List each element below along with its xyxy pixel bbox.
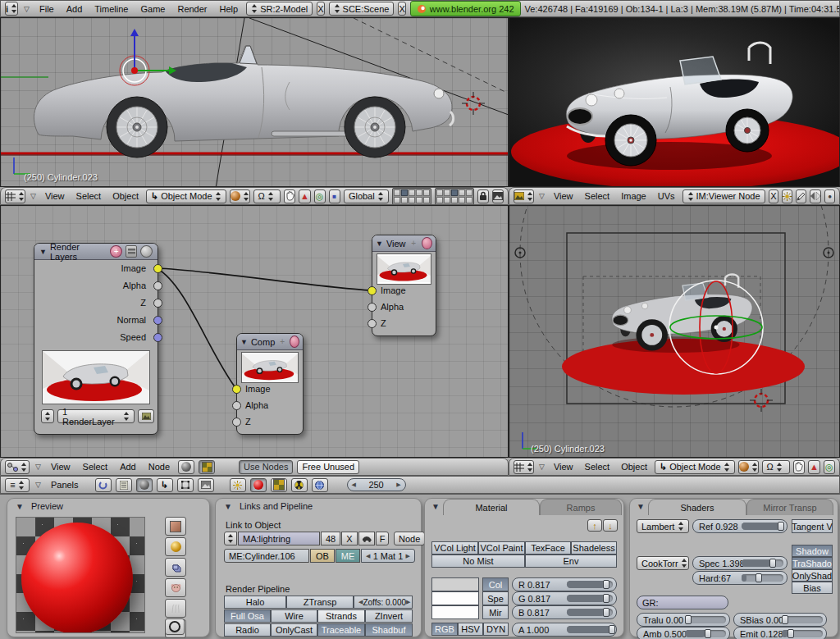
spec-shader-selector[interactable]: CookTorr [637, 556, 689, 570]
render-layer-selector[interactable]: 1 RenderLayer [41, 409, 154, 423]
node-plus-icon[interactable]: + [110, 245, 122, 258]
output-socket-alpha[interactable] [153, 281, 162, 290]
menu-select[interactable]: Select [581, 462, 614, 472]
node-collapse-icon[interactable]: ▼ [376, 240, 383, 248]
manipulator-hand-toggle[interactable] [793, 460, 805, 474]
color-swatch-diffuse[interactable] [431, 577, 479, 591]
image-datablock-selector[interactable]: IM:Viewer Node [682, 189, 765, 203]
manipulator-hand-toggle[interactable] [284, 189, 295, 203]
draw-type-selector[interactable] [738, 460, 759, 474]
menu-file[interactable]: File [35, 4, 58, 14]
spe-button[interactable]: Spe [482, 591, 509, 605]
header-collapse-icon[interactable]: ▽ [537, 192, 546, 200]
slider-sbias[interactable]: SBias 0.00 [733, 613, 827, 627]
manipulator-rotate-toggle[interactable]: ◎ [314, 189, 326, 203]
header-collapse-icon[interactable]: ▽ [34, 463, 43, 471]
mir-button[interactable]: Mir [482, 605, 509, 619]
node-render-layers[interactable]: ▼ Render Layers + Image Alpha Z Normal S… [34, 243, 158, 435]
input-socket-image[interactable] [368, 286, 377, 295]
onlycast-toggle[interactable]: OnlyCast [271, 623, 317, 637]
input-socket-z[interactable] [368, 319, 377, 328]
menu-timeline[interactable]: Timeline [90, 4, 132, 14]
scene-context-button[interactable] [198, 478, 214, 492]
texture-buttons-button[interactable] [271, 478, 287, 492]
manipulator-translate-toggle[interactable]: ▲ [299, 189, 310, 203]
onlyshad-toggle[interactable]: OnlyShad [792, 569, 833, 582]
world-buttons-button[interactable] [312, 478, 328, 492]
node-collapse-icon[interactable]: ▼ [240, 338, 248, 346]
node-sphere-icon[interactable] [422, 237, 432, 249]
editor-type-button[interactable]: ≡ [5, 478, 30, 492]
preview-cube-button[interactable] [165, 558, 186, 577]
slider-ref[interactable]: Ref 0.928 [692, 519, 788, 533]
material-name-field[interactable]: MA:lightring [238, 532, 320, 545]
header-collapse-icon[interactable]: ▽ [22, 5, 31, 13]
node-view[interactable]: ▼ View + Image Alpha Z [372, 235, 436, 336]
node-sphere-icon[interactable] [140, 245, 153, 258]
material-index-field[interactable]: ◀ 1 Mat 1 ▶ [361, 549, 415, 563]
viewport-3d-side[interactable]: (250) Cylinder.023 [0, 17, 509, 187]
halo-toggle[interactable]: Halo [224, 596, 286, 609]
manipulator-scale-toggle[interactable]: ■ [329, 189, 340, 203]
manipulator-translate-toggle[interactable]: ▲ [808, 460, 819, 474]
composite-nodes-toggle[interactable] [199, 460, 215, 474]
rgb-button[interactable]: RGB [431, 623, 458, 636]
material-autoname-button[interactable] [358, 532, 375, 545]
image-properties-button[interactable] [782, 189, 792, 203]
radiosity-buttons-button[interactable] [291, 478, 308, 492]
tab-material[interactable]: Material [443, 499, 540, 515]
slider-alpha[interactable]: A 1.000 [512, 623, 617, 637]
manipulator-rotate-toggle[interactable]: ◎ [824, 460, 835, 474]
pivot-selector[interactable]: Ω [253, 189, 281, 203]
menu-select[interactable]: Select [72, 191, 106, 201]
no-mist-toggle[interactable]: No Mist [431, 555, 525, 568]
slider-spec[interactable]: Spec 1.398 [692, 556, 788, 570]
node-header[interactable]: ▼ Render Layers + [34, 244, 158, 260]
scene-selector[interactable]: SCE:Scene [329, 2, 395, 16]
env-toggle[interactable]: Env [525, 555, 617, 568]
full-osa-toggle[interactable]: Full Osa [224, 609, 271, 623]
strands-toggle[interactable]: Strands [317, 609, 365, 623]
material-users-button[interactable]: 48 [321, 532, 340, 545]
trashado-toggle[interactable]: TraShado [792, 557, 833, 569]
ob-toggle[interactable]: OB [310, 549, 335, 563]
node-bars-icon[interactable] [126, 245, 138, 258]
free-unused-button[interactable]: Free Unused [297, 460, 359, 474]
preview-flat-button[interactable] [165, 517, 186, 536]
input-socket-alpha[interactable] [368, 303, 377, 312]
shadeless-toggle[interactable]: Shadeless [571, 541, 617, 555]
material-browse-button[interactable] [224, 532, 237, 545]
blender-version-badge[interactable]: www.blender.org 242 [410, 1, 521, 16]
menu-uvs[interactable]: UVs [654, 191, 679, 201]
panel-collapse-icon[interactable]: ▼ [637, 502, 645, 511]
dyn-button[interactable]: DYN [483, 623, 509, 636]
menu-panels[interactable]: Panels [47, 480, 83, 490]
menu-node[interactable]: Node [144, 462, 174, 472]
wire-toggle[interactable]: Wire [271, 609, 317, 623]
window-type-button[interactable]: i [5, 2, 18, 16]
shading-context-button[interactable] [136, 478, 153, 492]
menu-game[interactable]: Game [136, 4, 169, 14]
image-zoom-buttons[interactable] [810, 189, 821, 203]
tab-ramps[interactable]: Ramps [540, 499, 622, 515]
slider-amb[interactable]: Amb 0.500 [637, 627, 730, 639]
pivot-selector[interactable]: Ω [762, 460, 790, 474]
logic-context-button[interactable] [95, 478, 112, 492]
output-socket-image[interactable] [153, 264, 162, 273]
screen-delete-button[interactable]: X [317, 2, 324, 16]
paste-material-button[interactable]: ↓ [603, 519, 618, 532]
menu-select[interactable]: Select [79, 462, 112, 472]
shadbuf-toggle[interactable]: Shadbuf [365, 623, 413, 637]
shadow-toggle[interactable]: Shadow [792, 545, 833, 557]
bias-toggle[interactable]: Bias [792, 582, 833, 594]
node-collapse-icon[interactable]: ▼ [39, 248, 47, 256]
preview-osa-button[interactable] [165, 618, 185, 635]
node-plus-icon[interactable]: + [278, 336, 286, 347]
texface-toggle[interactable]: TexFace [525, 541, 571, 555]
color-swatch-mirror[interactable] [431, 605, 479, 619]
node-plus-icon[interactable]: + [409, 238, 418, 249]
node-toggle-button[interactable]: Node [394, 532, 425, 545]
viewport-3d-camera[interactable]: (250) Cylinder.023 [509, 205, 840, 458]
mat-index-prev-icon[interactable]: ◀ [366, 553, 370, 559]
color-swatch-specular[interactable] [431, 591, 479, 605]
